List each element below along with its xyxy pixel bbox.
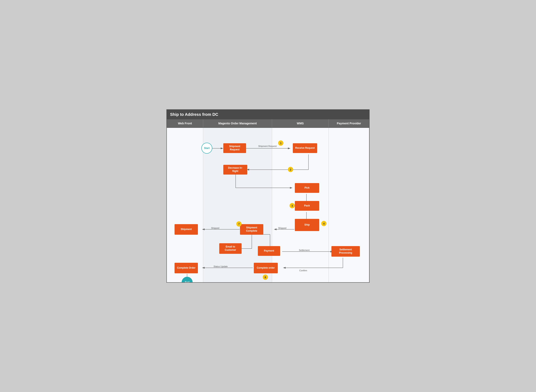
header-payment: Payment Provider xyxy=(329,119,369,127)
node-settlement-processing: Settlement Processing xyxy=(331,246,360,257)
diagram-header: Web Front Magento Order Management WMS P… xyxy=(167,119,369,128)
label-status-update: Status Update xyxy=(214,265,228,268)
node-complete-order-wf: Complete Order xyxy=(175,263,198,273)
header-wms: WMS xyxy=(272,119,329,127)
node-receive-request: Receive Request xyxy=(293,143,317,153)
node-shipment-request: Shipment Request xyxy=(223,143,246,153)
diagram-title: Ship to Address from DC xyxy=(167,110,369,119)
node-shipment: Shipment xyxy=(175,224,198,235)
diagram-body: Start Shipment Request Receive Request D… xyxy=(167,128,369,282)
label-shipped-sc: Shipped xyxy=(278,227,286,229)
lane-web-front xyxy=(167,128,203,282)
badge-2: 2 xyxy=(288,167,293,172)
badge-1: 1 xyxy=(278,140,284,146)
badge-8: 8 xyxy=(263,275,268,280)
node-start: Start xyxy=(201,143,212,154)
node-ship: Ship xyxy=(295,219,319,231)
node-payment: Payment xyxy=(258,246,280,256)
header-web-front: Web Front xyxy=(167,119,203,127)
label-shipment-request: Shipment Request xyxy=(258,145,277,147)
node-email-customer: Email to Customer xyxy=(219,243,242,254)
badge-3: 3 xyxy=(289,203,295,208)
badge-7: 7 xyxy=(236,221,242,227)
node-complete-order-mom: Complete order xyxy=(254,263,278,273)
diagram-container: Ship to Address from DC Web Front Magent… xyxy=(166,109,370,283)
node-pick: Pick xyxy=(295,183,319,193)
header-mom: Magento Order Management xyxy=(203,119,272,127)
node-decrease-inflight: Decrease in-flight xyxy=(223,165,247,175)
badge-4: 4 xyxy=(321,221,326,226)
node-pack: Pack xyxy=(295,201,319,211)
label-settlement: Settlement xyxy=(299,249,310,251)
label-confirm: Confirm xyxy=(299,269,307,272)
node-shipment-complete: Shipment Complete xyxy=(240,224,263,235)
lane-payment xyxy=(329,128,369,282)
label-shipped-wf: Shipped xyxy=(211,227,219,229)
